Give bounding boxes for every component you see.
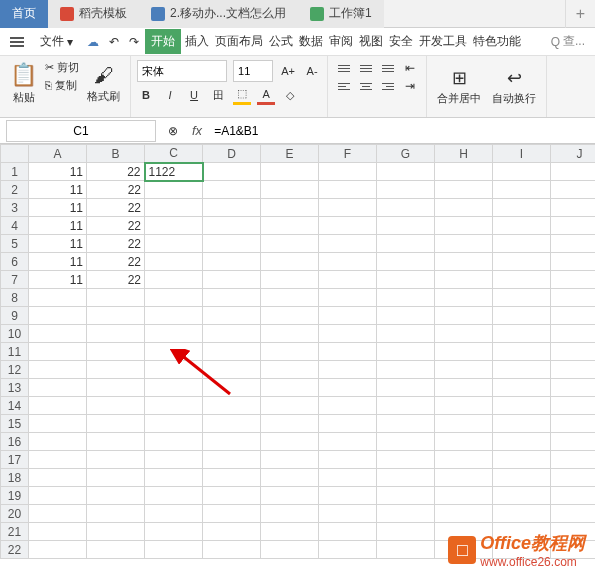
cell-E13[interactable] xyxy=(261,379,319,397)
ribbon-tab-insert[interactable]: 插入 xyxy=(183,29,211,54)
cell-A10[interactable] xyxy=(29,325,87,343)
cell-H1[interactable] xyxy=(435,163,493,181)
row-header-3[interactable]: 3 xyxy=(1,199,29,217)
cell-I17[interactable] xyxy=(493,451,551,469)
cell-G2[interactable] xyxy=(377,181,435,199)
cell-G1[interactable] xyxy=(377,163,435,181)
cell-J2[interactable] xyxy=(551,181,596,199)
font-color-button[interactable]: A xyxy=(257,85,275,105)
cell-G8[interactable] xyxy=(377,289,435,307)
cell-I13[interactable] xyxy=(493,379,551,397)
menu-button[interactable] xyxy=(4,33,30,51)
cell-H14[interactable] xyxy=(435,397,493,415)
cell-D7[interactable] xyxy=(203,271,261,289)
cell-J5[interactable] xyxy=(551,235,596,253)
cell-H18[interactable] xyxy=(435,469,493,487)
cell-G10[interactable] xyxy=(377,325,435,343)
fx-icon[interactable]: fx xyxy=(184,123,210,138)
cell-J20[interactable] xyxy=(551,505,596,523)
row-header-5[interactable]: 5 xyxy=(1,235,29,253)
row-header-9[interactable]: 9 xyxy=(1,307,29,325)
cell-H15[interactable] xyxy=(435,415,493,433)
cell-B16[interactable] xyxy=(87,433,145,451)
cell-B8[interactable] xyxy=(87,289,145,307)
cell-D18[interactable] xyxy=(203,469,261,487)
cell-J6[interactable] xyxy=(551,253,596,271)
cell-D12[interactable] xyxy=(203,361,261,379)
cell-G5[interactable] xyxy=(377,235,435,253)
cell-B11[interactable] xyxy=(87,343,145,361)
cell-J8[interactable] xyxy=(551,289,596,307)
cell-G15[interactable] xyxy=(377,415,435,433)
cell-G18[interactable] xyxy=(377,469,435,487)
cell-D16[interactable] xyxy=(203,433,261,451)
row-header-4[interactable]: 4 xyxy=(1,217,29,235)
cell-I7[interactable] xyxy=(493,271,551,289)
cell-I5[interactable] xyxy=(493,235,551,253)
cell-J3[interactable] xyxy=(551,199,596,217)
copy-button[interactable]: ⎘ 复制 xyxy=(45,78,79,93)
cell-H12[interactable] xyxy=(435,361,493,379)
decrease-font-button[interactable]: A- xyxy=(303,61,321,81)
cell-J10[interactable] xyxy=(551,325,596,343)
cell-C21[interactable] xyxy=(145,523,203,541)
font-name-select[interactable] xyxy=(137,60,227,82)
cancel-icon[interactable]: ⊗ xyxy=(162,124,184,138)
cell-G19[interactable] xyxy=(377,487,435,505)
row-header-8[interactable]: 8 xyxy=(1,289,29,307)
cell-A11[interactable] xyxy=(29,343,87,361)
cell-A22[interactable] xyxy=(29,541,87,559)
cell-B2[interactable]: 22 xyxy=(87,181,145,199)
cell-D14[interactable] xyxy=(203,397,261,415)
cell-D8[interactable] xyxy=(203,289,261,307)
align-center-icon[interactable] xyxy=(356,78,376,94)
cell-F8[interactable] xyxy=(319,289,377,307)
cell-E4[interactable] xyxy=(261,217,319,235)
cell-A1[interactable]: 11 xyxy=(29,163,87,181)
cell-E18[interactable] xyxy=(261,469,319,487)
cell-C15[interactable] xyxy=(145,415,203,433)
cell-C11[interactable] xyxy=(145,343,203,361)
indent-increase-icon[interactable]: ⇥ xyxy=(400,78,420,94)
cell-C18[interactable] xyxy=(145,469,203,487)
cell-D13[interactable] xyxy=(203,379,261,397)
cell-C20[interactable] xyxy=(145,505,203,523)
cell-G12[interactable] xyxy=(377,361,435,379)
cell-E2[interactable] xyxy=(261,181,319,199)
cell-D10[interactable] xyxy=(203,325,261,343)
cell-J11[interactable] xyxy=(551,343,596,361)
cell-J17[interactable] xyxy=(551,451,596,469)
cell-F9[interactable] xyxy=(319,307,377,325)
cell-A21[interactable] xyxy=(29,523,87,541)
row-header-7[interactable]: 7 xyxy=(1,271,29,289)
col-header-C[interactable]: C xyxy=(145,145,203,163)
cell-I14[interactable] xyxy=(493,397,551,415)
cell-F12[interactable] xyxy=(319,361,377,379)
cell-A16[interactable] xyxy=(29,433,87,451)
ribbon-tab-special[interactable]: 特色功能 xyxy=(471,29,523,54)
cell-B13[interactable] xyxy=(87,379,145,397)
cell-H4[interactable] xyxy=(435,217,493,235)
cell-G4[interactable] xyxy=(377,217,435,235)
cut-button[interactable]: ✂ 剪切 xyxy=(45,60,79,75)
cell-H19[interactable] xyxy=(435,487,493,505)
ribbon-tab-view[interactable]: 视图 xyxy=(357,29,385,54)
cell-B17[interactable] xyxy=(87,451,145,469)
row-header-14[interactable]: 14 xyxy=(1,397,29,415)
cell-F7[interactable] xyxy=(319,271,377,289)
bold-button[interactable]: B xyxy=(137,85,155,105)
cell-B4[interactable]: 22 xyxy=(87,217,145,235)
cell-C2[interactable] xyxy=(145,181,203,199)
cell-A7[interactable]: 11 xyxy=(29,271,87,289)
cell-D3[interactable] xyxy=(203,199,261,217)
cell-A13[interactable] xyxy=(29,379,87,397)
cell-B1[interactable]: 22 xyxy=(87,163,145,181)
cell-F20[interactable] xyxy=(319,505,377,523)
cell-E7[interactable] xyxy=(261,271,319,289)
cell-B14[interactable] xyxy=(87,397,145,415)
cell-J4[interactable] xyxy=(551,217,596,235)
cell-C19[interactable] xyxy=(145,487,203,505)
cell-J18[interactable] xyxy=(551,469,596,487)
cell-J19[interactable] xyxy=(551,487,596,505)
ribbon-tab-formula[interactable]: 公式 xyxy=(267,29,295,54)
